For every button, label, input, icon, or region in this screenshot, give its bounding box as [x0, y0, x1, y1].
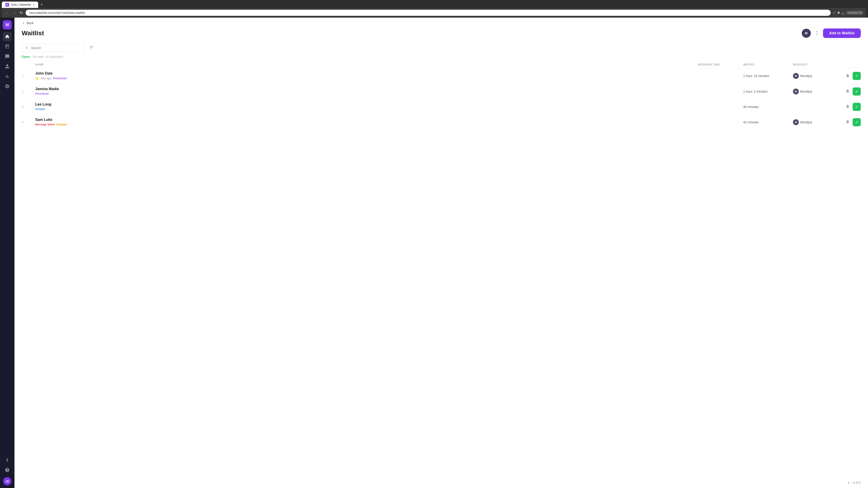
help-icon [5, 467, 10, 473]
open-status: Open [22, 55, 30, 59]
bell-button[interactable] [844, 88, 851, 95]
location-name: Moodjoy [800, 121, 812, 124]
incognito-badge: Incognito (2) [846, 11, 864, 15]
sidebar-item-home[interactable] [3, 32, 12, 41]
col-header-booking: BOOKING TIME [698, 63, 743, 66]
table-row: 3 Lee Long Arrived 45 minutes ✓ [22, 99, 861, 115]
bell-button[interactable] [844, 103, 851, 110]
users-icon [5, 64, 10, 69]
row-badges: ⭐ 44m ago Prioritized [35, 76, 698, 80]
row-badges: Message failed Delayed [35, 123, 698, 127]
customer-name[interactable]: Jemina Madie [35, 87, 698, 91]
table-row: 4 Sam Luke Message failed Delayed 42 min… [22, 115, 861, 130]
search-icon [25, 46, 29, 50]
table-header: NAME BOOKING TIME WAITED MOODJOY [22, 61, 861, 68]
home-icon [5, 34, 10, 39]
waited-time: 1 hour, 10 minutes [743, 74, 793, 78]
tab-close-button[interactable]: × [33, 3, 35, 6]
customer-name[interactable]: Lee Long [35, 102, 698, 106]
check-button[interactable]: ✓ [852, 103, 861, 111]
location-avatar: M [793, 119, 799, 125]
bell-button[interactable] [844, 119, 851, 126]
waited-time: 45 minutes [743, 105, 793, 109]
search-input-wrap[interactable] [22, 44, 85, 52]
back-label: Back [27, 21, 34, 25]
row-actions: ✓ [838, 118, 861, 126]
calendar-icon [5, 44, 10, 49]
col-header-num [22, 63, 35, 66]
sidebar-item-settings[interactable] [3, 82, 12, 91]
sidebar-item-download[interactable] [3, 455, 12, 464]
check-button[interactable]: ✓ [852, 118, 861, 126]
back-nav-button[interactable]: ← [4, 10, 10, 16]
row-badges: Arrived [35, 107, 698, 111]
reload-button[interactable]: ↻ [19, 10, 24, 16]
add-to-waitlist-button[interactable]: Add to Waitlist [823, 29, 861, 38]
search-bar [14, 41, 868, 54]
row-actions: ✓ [838, 72, 861, 80]
forward-nav-button[interactable]: → [12, 10, 17, 16]
sidebar-item-analytics[interactable] [3, 72, 12, 81]
table-row: 2 Jemina Madie Prioritized 1 hour, 2 min… [22, 84, 861, 99]
location-name: Moodjoy [800, 74, 812, 78]
search-input[interactable] [31, 46, 82, 50]
bell-icon [845, 89, 850, 93]
back-button[interactable]: Back [22, 21, 34, 25]
address-bar[interactable]: new.waitwhile.com/visits?visitState=wait… [26, 10, 831, 16]
bell-button[interactable] [844, 72, 851, 79]
row-number: 2 [22, 90, 35, 93]
row-actions: ✓ [838, 103, 861, 111]
new-tab-button[interactable]: + [39, 1, 45, 8]
more-options-button[interactable]: ⋮ [813, 29, 820, 37]
app-logo[interactable]: M [3, 20, 12, 29]
main-content: Back Waitlist M ⋮ Add to Waitlist Open [14, 18, 868, 488]
address-text: new.waitwhile.com/visits?visitState=wait… [29, 11, 827, 14]
bookmark-icon[interactable]: ☆ [833, 11, 836, 15]
check-button[interactable]: ✓ [852, 88, 861, 96]
sidebar-item-calendar[interactable] [3, 42, 12, 51]
filter-icon [90, 45, 94, 50]
col-header-name: NAME [35, 63, 698, 66]
message-failed-badge: Message failed [35, 123, 55, 127]
table-wrap: NAME BOOKING TIME WAITED MOODJOY 1 John … [14, 61, 868, 477]
extensions-icon[interactable]: ■ [837, 11, 840, 15]
user-avatar[interactable]: JD [3, 477, 11, 485]
prioritized-badge: Prioritized [35, 92, 49, 96]
sidebar-item-users[interactable] [3, 62, 12, 71]
analytics-icon [5, 74, 10, 79]
sidebar-item-chat[interactable] [3, 52, 12, 61]
customer-name[interactable]: Sam Luke [35, 118, 698, 122]
location-cell: M Moodjoy [793, 119, 838, 125]
row-actions: ✓ [838, 88, 861, 96]
back-arrow-icon [22, 21, 25, 25]
pagination-label: 1 – 4 of 4 [848, 481, 861, 484]
customers-count: 4 customers [46, 55, 63, 59]
star-badge: ⭐ [35, 76, 39, 80]
location-cell: M Moodjoy [793, 73, 838, 79]
col-header-actions [838, 63, 861, 66]
waited-time: 1 hour, 2 minutes [743, 90, 793, 93]
top-bar: Back [14, 18, 868, 27]
sidebar-item-help[interactable] [3, 465, 12, 475]
check-button[interactable]: ✓ [852, 72, 861, 80]
bell-icon [845, 104, 850, 109]
location-name: Moodjoy [800, 90, 812, 93]
time-ago: 44m ago [41, 76, 51, 80]
col-header-location: MOODJOY [793, 63, 838, 66]
tab-favicon: M [5, 3, 9, 6]
filter-button[interactable] [88, 43, 96, 52]
customer-name[interactable]: John Dale [35, 71, 698, 75]
arrived-badge: Arrived [35, 107, 45, 111]
browser-toolbar: ← → ↻ new.waitwhile.com/visits?visitStat… [2, 8, 866, 18]
page-header: Waitlist M ⋮ Add to Waitlist [14, 27, 868, 41]
tab-title: Visits | Waitwhile [11, 3, 31, 6]
row-name-cell: Jemina Madie Prioritized [35, 87, 698, 96]
delayed-badge: Delayed [56, 123, 67, 127]
active-tab[interactable]: M Visits | Waitwhile × [2, 2, 38, 8]
row-name-cell: Lee Long Arrived [35, 102, 698, 111]
app-container: M JD Ba [0, 18, 868, 488]
browser-tabs: M Visits | Waitwhile × + [2, 1, 866, 8]
browser-chrome: M Visits | Waitwhile × + ← → ↻ new.waitw… [0, 0, 868, 18]
profile-icon[interactable]: △ [842, 11, 844, 15]
sidebar: M JD [0, 18, 14, 488]
